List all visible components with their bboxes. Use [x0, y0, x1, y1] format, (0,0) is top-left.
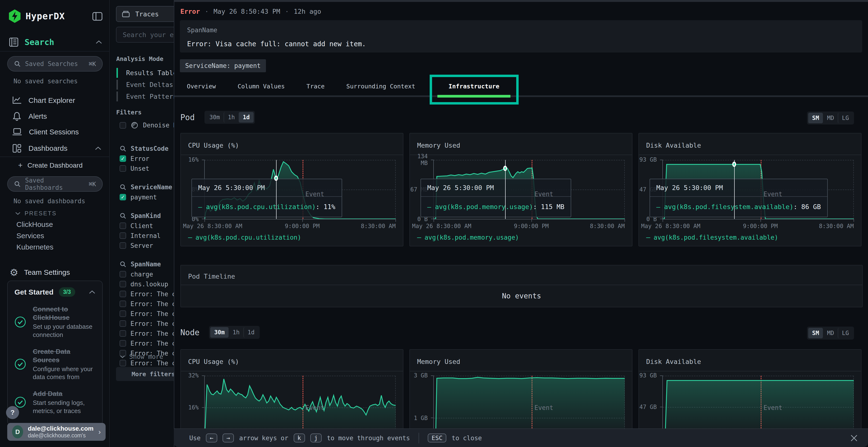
sidebar-item-chart-explorer[interactable]: Chart Explorer	[0, 94, 110, 107]
divider	[418, 433, 419, 443]
checkbox[interactable]	[120, 330, 126, 337]
y-tick	[202, 407, 205, 408]
team-settings-label: Team Settings	[24, 268, 70, 276]
user-team: dale@clickhouse.com's	[28, 432, 94, 439]
tab-column-values[interactable]: Column Values	[238, 83, 285, 90]
span-name-card: SpanName Error: Visa cache full: cannot …	[180, 20, 862, 53]
analysis-mode-results-table[interactable]: Results Table	[117, 67, 181, 79]
node-range-1d[interactable]: 1d	[244, 327, 258, 338]
node-range-30m[interactable]: 30m	[210, 327, 228, 338]
search-icon	[120, 212, 126, 219]
filter-option-label: Client	[130, 222, 153, 230]
sidebar-item-alerts[interactable]: Alerts	[0, 110, 110, 123]
help-button[interactable]: ?	[6, 406, 19, 419]
pod-range-30m[interactable]: 30m	[206, 112, 224, 123]
sidebar-collapse-icon[interactable]	[92, 12, 102, 21]
x-tick-label: 8:30:00 AM	[361, 223, 396, 230]
legend-dash: —	[198, 203, 202, 210]
chart-explorer-icon	[12, 96, 22, 105]
checkbox[interactable]	[120, 232, 126, 239]
filters-heading: Filters	[116, 109, 142, 116]
checkbox[interactable]	[120, 242, 126, 249]
pod-size-sm[interactable]: SM	[808, 113, 823, 123]
checkbox[interactable]	[120, 310, 126, 317]
checkbox[interactable]	[120, 281, 126, 287]
legend-label: avg(k8s.pod.filesystem.available)	[654, 234, 778, 241]
node-size-sm[interactable]: SM	[808, 328, 823, 338]
mode-label: Results Table	[126, 69, 177, 77]
pod-size-md[interactable]: MD	[823, 113, 838, 123]
chart-plot-area[interactable]: EventMay 26 5:30:00 PM—avg(k8s.pod.memor…	[433, 160, 625, 219]
sidebar-item-dashboards[interactable]: Dashboards	[0, 142, 110, 155]
filter-option-label: Unset	[130, 165, 149, 172]
chevron-up-icon	[95, 146, 101, 150]
chevron-down-icon	[120, 355, 125, 358]
saved-searches-input[interactable]: Saved Searches ⌘K	[7, 56, 103, 72]
chart-plot-area[interactable]: EventMay 26 5:30:00 PM—avg(k8s.pod.files…	[662, 160, 854, 219]
filter-option-label: Error: The cr	[130, 359, 180, 367]
checkbox[interactable]	[120, 271, 126, 277]
tab-overview[interactable]: Overview	[187, 83, 216, 90]
pod-charts-row: CPU Usage (%)16%8%0%EventMay 26 5:30:00 …	[180, 133, 862, 246]
divider	[0, 157, 110, 157]
checkbox[interactable]	[120, 301, 126, 307]
node-size-lg[interactable]: LG	[838, 328, 853, 338]
app-logo[interactable]: HyperDX	[8, 9, 65, 23]
checkbox[interactable]	[120, 222, 126, 229]
plus-icon: +	[18, 161, 23, 170]
create-dashboard-button[interactable]: + Create Dashboard	[18, 161, 83, 170]
service-name-tag[interactable]: ServiceName: payment	[180, 59, 266, 72]
show-more-button[interactable]: Show more	[120, 353, 163, 360]
hyperdx-logo-icon	[8, 9, 21, 23]
denoise-results-checkbox[interactable]: Denoise Re	[120, 122, 181, 129]
node-size-md[interactable]: MD	[823, 328, 838, 338]
marker-dot	[732, 162, 736, 167]
marker-dot	[503, 166, 507, 171]
checkbox[interactable]	[120, 291, 126, 297]
get-started-step-add-data[interactable]: Add Data Start sending logs, metrics, or…	[14, 389, 95, 415]
saved-dashboards-input[interactable]: Saved Dashboards ⌘K	[7, 176, 103, 192]
get-started-step-connect[interactable]: Connect to ClickHouse Set up your databa…	[14, 305, 95, 339]
divider	[0, 51, 110, 51]
node-section-header: Node 30m1h1d	[180, 326, 260, 339]
legend-label: avg(k8s.pod.cpu.utilization)	[195, 234, 301, 241]
tab-infrastructure[interactable]: Infrastructure	[448, 83, 499, 90]
tabs-divider	[174, 95, 868, 97]
pod-range-1d[interactable]: 1d	[239, 112, 254, 123]
tooltip-series-label: avg(k8s.pod.memory.usage)	[435, 203, 533, 210]
sidebar-item-team-settings[interactable]: ⚙ Team Settings	[10, 267, 70, 278]
tooltip-value: : 11%	[316, 203, 335, 210]
tab-trace[interactable]: Trace	[306, 83, 324, 90]
sidebar-item-search[interactable]: Search	[8, 37, 102, 48]
tab-surrounding-context[interactable]: Surrounding Context	[346, 83, 415, 90]
presets-toggle[interactable]: PRESETS	[15, 210, 57, 217]
preset-clickhouse[interactable]: ClickHouse	[17, 220, 53, 229]
pod-range-1h[interactable]: 1h	[224, 112, 239, 123]
chart-plot-area[interactable]: EventMay 26 5:30:00 PM—avg(k8s.pod.cpu.u…	[204, 160, 396, 219]
pod-timeline-title: Pod Timeline	[188, 273, 235, 280]
preset-kubernetes[interactable]: Kubernetes	[17, 243, 53, 251]
close-icon[interactable]	[849, 433, 859, 443]
chevron-up-icon[interactable]	[89, 290, 95, 294]
no-saved-dashboards-text: No saved dashboards	[13, 198, 85, 205]
analysis-mode-event-deltas[interactable]: Event Deltas	[117, 79, 181, 91]
checkbox[interactable]	[120, 194, 126, 200]
node-range-1h[interactable]: 1h	[228, 327, 244, 338]
source-select-value: Traces	[135, 10, 159, 18]
chart-title: CPU Usage (%)	[188, 142, 239, 149]
checkbox[interactable]	[120, 156, 126, 162]
sidebar-item-client-sessions[interactable]: Client Sessions	[0, 125, 110, 139]
checkbox[interactable]	[120, 340, 126, 347]
chevron-down-icon	[15, 211, 21, 215]
checkbox[interactable]	[120, 360, 126, 366]
analysis-mode-list: Results TableEvent DeltasEvent Patterns	[117, 67, 181, 102]
checkbox[interactable]	[120, 320, 126, 327]
analysis-mode-event-patterns[interactable]: Event Patterns	[117, 91, 181, 102]
checkbox[interactable]	[120, 165, 126, 172]
get-started-step-sources[interactable]: Create Data Sources Configure where your…	[14, 347, 95, 381]
filter-group-name: SpanName	[131, 261, 161, 268]
preset-services[interactable]: Services	[17, 232, 44, 240]
user-account-chip[interactable]: D dale@clickhouse.com dale@clickhouse.co…	[7, 423, 105, 441]
pod-size-lg[interactable]: LG	[838, 113, 853, 123]
j-key: j	[310, 434, 322, 442]
